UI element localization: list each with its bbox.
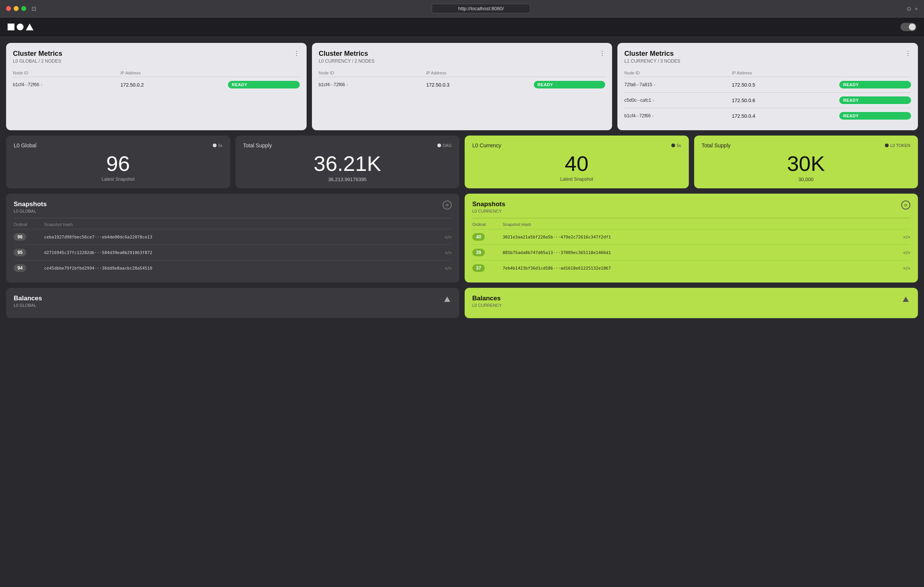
browser-actions: ⊙ +	[906, 5, 918, 12]
logo-circle-icon	[17, 23, 23, 30]
toggle-knob	[909, 23, 916, 30]
snapshot-table-row: 37 7eb4b1423bf36d1cd586···ad1618e6122513…	[472, 260, 910, 276]
snapshot-header: Snapshots L0 CURRENCY ⟳	[472, 201, 910, 214]
metric-value: 30K	[702, 153, 911, 174]
back-button[interactable]	[45, 8, 46, 10]
metric-sub: Latest Snapshot	[14, 176, 223, 182]
ip-address: 172.50.0.2	[120, 82, 228, 88]
snapshot-hash: 3021e3aa21a5bf220a5b···479e2c72616c347f2…	[503, 235, 899, 240]
balance-icon[interactable]	[443, 294, 452, 304]
cluster-subtitle: L0 GLOBAL / 2 NODES	[13, 59, 62, 64]
minimize-button[interactable]	[14, 6, 19, 11]
col-ordinal: Ordinal	[14, 222, 44, 227]
url-input[interactable]	[432, 4, 530, 13]
ordinal-badge: 96	[14, 233, 26, 241]
ordinal-badge: 39	[472, 249, 485, 256]
code-icon[interactable]: </>	[899, 265, 910, 271]
metric-card-1: Total Supply DAG 36.21K 36,213.99176395	[236, 136, 460, 188]
col-hash: Snapshot Hash	[503, 222, 899, 227]
cluster-subtitle: L0 CURRENCY / 2 NODES	[319, 59, 375, 64]
cluster-card-2: Cluster Metrics L1 CURRENCY / 3 NODES ⋮ …	[617, 43, 918, 130]
ordinal-badge: 40	[472, 233, 485, 241]
metric-sub-value: 30,000	[702, 176, 911, 182]
forward-button[interactable]	[50, 8, 51, 10]
cluster-card-header: Cluster Metrics L0 CURRENCY / 2 NODES ⋮	[319, 50, 606, 64]
balance-title: Balances	[14, 294, 42, 302]
snapshot-table-row: 94 ce45dbbe79f2bfbd2994···36dd9e8aacbc28…	[14, 260, 452, 276]
status-badge: READY	[228, 81, 300, 89]
nav-controls	[45, 8, 56, 10]
metric-dot-icon	[885, 143, 889, 147]
app-logo	[8, 23, 33, 30]
app-toggle[interactable]	[901, 23, 916, 31]
ordinal-badge: 95	[14, 249, 26, 256]
node-id: c5d0c···cafc1 ›	[624, 98, 732, 103]
metric-header: Total Supply DAG	[243, 142, 452, 148]
ordinal-badge: 37	[472, 264, 485, 272]
balances-row: Balances L0 GLOBAL Balances L0 CURRENCY	[6, 288, 918, 318]
snapshot-table-row: 40 3021e3aa21a5bf220a5b···479e2c72616c34…	[472, 229, 910, 245]
metric-badge: DAG	[437, 143, 452, 148]
code-icon[interactable]: </>	[441, 265, 452, 271]
cluster-subtitle: L1 CURRENCY / 3 NODES	[624, 59, 680, 64]
snapshot-title: Snapshots	[14, 201, 47, 208]
code-icon[interactable]: </>	[441, 250, 452, 255]
snapshot-refresh-icon[interactable]: ⟳	[443, 201, 452, 210]
snapshot-hash: ce45dbbe79f2bfbd2994···36dd9e8aacbc28a54…	[44, 266, 441, 271]
sidebar-toggle-button[interactable]: ⊡	[31, 5, 37, 13]
metric-label: L0 Currency	[472, 142, 501, 148]
ordinal-badge: 94	[14, 264, 26, 272]
balance-title: Balances	[472, 294, 502, 302]
balance-subtitle: L0 CURRENCY	[472, 303, 502, 307]
ip-address: 172.50.0.6	[732, 98, 839, 103]
new-tab-icon[interactable]: +	[914, 5, 918, 12]
refresh-button[interactable]	[54, 8, 56, 10]
col-hash: Snapshot Hash	[44, 222, 441, 227]
metric-label: L0 Global	[14, 142, 36, 148]
cluster-table-row: 72fa6···7a815 › 172.50.0.5 READY	[624, 77, 911, 92]
metric-badge: L0 TOKEN	[885, 143, 910, 148]
more-button[interactable]: ⋮	[294, 50, 300, 57]
snapshot-table-row: 95 d2716945c37fc12282db···584d39ea0b2910…	[14, 245, 452, 260]
metrics-row: L0 Global 5s 96 Latest Snapshot Total Su…	[6, 136, 918, 188]
address-bar	[60, 4, 902, 13]
cluster-card-header: Cluster Metrics L1 CURRENCY / 3 NODES ⋮	[624, 50, 911, 64]
cluster-title: Cluster Metrics	[624, 50, 680, 58]
fullscreen-button[interactable]	[21, 6, 26, 11]
download-icon[interactable]: ⊙	[906, 5, 911, 12]
more-button[interactable]: ⋮	[599, 50, 605, 57]
col-ordinal: Ordinal	[472, 222, 503, 227]
code-icon[interactable]: </>	[899, 250, 910, 255]
metric-value: 36.21K	[243, 153, 452, 174]
snapshot-refresh-icon[interactable]: ⟳	[901, 201, 910, 210]
code-icon[interactable]: </>	[441, 234, 452, 240]
balance-icon[interactable]	[901, 294, 910, 304]
refresh-icon: ⟳	[904, 203, 907, 207]
cluster-card-header: Cluster Metrics L0 GLOBAL / 2 NODES ⋮	[13, 50, 300, 64]
cluster-card-1: Cluster Metrics L0 CURRENCY / 2 NODES ⋮ …	[312, 43, 612, 130]
node-id: b1cf4···72f66 ›	[624, 113, 732, 118]
node-id: b1cf4···72f66 ›	[319, 82, 426, 87]
col-node-id: Node ID	[13, 71, 120, 75]
snapshot-table-header: Ordinal Snapshot Hash	[14, 218, 452, 229]
app-header	[0, 18, 924, 37]
cluster-table-row: b1cf4···72f66 › 172.50.0.2 READY	[13, 77, 300, 92]
chevron-right-icon: ›	[652, 113, 654, 118]
code-icon[interactable]: </>	[899, 234, 910, 240]
balance-header: Balances L0 GLOBAL	[14, 294, 452, 307]
metric-header: L0 Global 5s	[14, 142, 223, 148]
status-badge: READY	[534, 81, 606, 89]
snapshot-subtitle: L0 CURRENCY	[472, 209, 505, 214]
more-button[interactable]: ⋮	[905, 50, 911, 57]
close-button[interactable]	[6, 6, 11, 11]
snapshot-hash: d2716945c37fc12282db···584d39ea0b291063f…	[44, 250, 441, 255]
snapshot-hash: ceba1927d98fbec56ce7···eb4de00dc6a22078c…	[44, 235, 441, 240]
refresh-icon: ⟳	[446, 203, 449, 207]
node-id: 72fa6···7a815 ›	[624, 82, 732, 87]
metric-header: L0 Currency 5s	[472, 142, 681, 148]
metric-label: Total Supply	[243, 142, 272, 148]
main-content: Cluster Metrics L0 GLOBAL / 2 NODES ⋮ No…	[0, 37, 924, 324]
snapshot-table-row: 39 885b75ada8b747d85a13···37009ec365118e…	[472, 245, 910, 260]
snapshot-header: Snapshots L0 GLOBAL ⟳	[14, 201, 452, 214]
cluster-table-row: b1cf4···72f66 › 172.50.0.4 READY	[624, 108, 911, 123]
